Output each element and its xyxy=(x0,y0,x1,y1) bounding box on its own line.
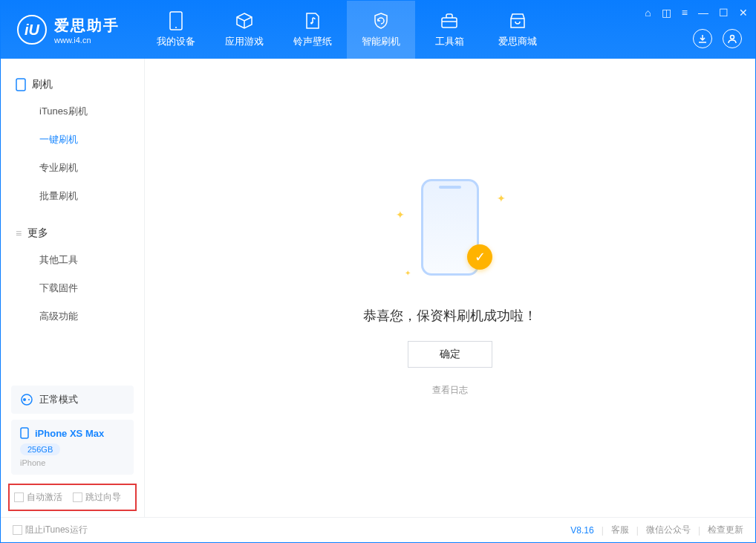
device-name: iPhone XS Max xyxy=(35,428,104,439)
highlighted-options-box: 自动激活 跳过向导 xyxy=(8,484,137,511)
logo-icon: iU xyxy=(17,15,47,45)
sidebar-item-download-firmware[interactable]: 下载固件 xyxy=(1,274,144,302)
svg-rect-3 xyxy=(442,18,457,27)
list-icon: ≡ xyxy=(16,227,22,239)
main-content: ✦ ✦ ✦ ✓ 恭喜您，保资料刷机成功啦！ 确定 查看日志 xyxy=(145,59,755,517)
status-bar: 阻止iTunes运行 V8.16 | 客服 | 微信公众号 | 检查更新 xyxy=(1,517,755,542)
download-button[interactable] xyxy=(693,29,712,48)
minimize-button[interactable]: — xyxy=(698,7,708,19)
check-update-link[interactable]: 检查更新 xyxy=(708,524,743,536)
ok-button[interactable]: 确定 xyxy=(408,341,492,368)
check-badge-icon: ✓ xyxy=(467,244,492,270)
success-illustration: ✦ ✦ ✦ ✓ xyxy=(394,179,506,290)
tab-store[interactable]: 爱思商城 xyxy=(483,1,552,59)
toolbox-icon xyxy=(440,11,459,30)
menu-icon[interactable]: ≡ xyxy=(682,7,688,19)
wechat-link[interactable]: 微信公众号 xyxy=(646,524,691,536)
checkbox-block-itunes[interactable]: 阻止iTunes运行 xyxy=(13,524,88,536)
sidebar-item-advanced[interactable]: 高级功能 xyxy=(1,302,144,331)
svg-point-5 xyxy=(731,36,734,39)
tab-smart-flash[interactable]: 智能刷机 xyxy=(347,1,415,59)
success-message: 恭喜您，保资料刷机成功啦！ xyxy=(363,307,537,325)
sidebar-item-onekey-flash[interactable]: 一键刷机 xyxy=(1,126,144,154)
app-logo: iU 爱思助手 www.i4.cn xyxy=(17,15,120,45)
tab-my-device[interactable]: 我的设备 xyxy=(142,1,210,59)
mode-icon xyxy=(20,393,33,406)
svg-rect-10 xyxy=(21,428,28,438)
shield-refresh-icon xyxy=(371,11,391,30)
phone-icon xyxy=(16,78,26,91)
tab-apps-games[interactable]: 应用游戏 xyxy=(210,1,278,59)
device-capacity: 256GB xyxy=(20,443,60,455)
app-name: 爱思助手 xyxy=(54,16,120,36)
header-right-buttons xyxy=(693,29,742,48)
svg-point-2 xyxy=(310,22,313,25)
sidebar-item-itunes-flash[interactable]: iTunes刷机 xyxy=(1,97,144,126)
sidebar-group-more: ≡ 更多 xyxy=(1,221,144,246)
svg-rect-6 xyxy=(16,79,25,91)
phone-small-icon xyxy=(20,427,29,439)
svg-point-8 xyxy=(23,398,26,401)
app-header: iU 爱思助手 www.i4.cn 我的设备 应用游戏 铃声壁纸 智能刷机 工具… xyxy=(1,1,755,59)
device-mode-box[interactable]: 正常模式 xyxy=(11,386,134,414)
device-type: iPhone xyxy=(20,458,125,467)
device-info-box[interactable]: iPhone XS Max 256GB iPhone xyxy=(11,420,134,475)
tshirt-icon[interactable]: ⌂ xyxy=(645,7,651,19)
maximize-button[interactable]: ☐ xyxy=(719,7,729,19)
sidebar: 刷机 iTunes刷机 一键刷机 专业刷机 批量刷机 ≡ 更多 其他工具 下载固… xyxy=(1,59,145,517)
checkbox-auto-activate[interactable]: 自动激活 xyxy=(14,491,62,504)
checkbox-skip-wizard[interactable]: 跳过向导 xyxy=(73,491,121,504)
sparkle-icon: ✦ xyxy=(497,192,506,204)
lock-icon[interactable]: ◫ xyxy=(662,7,671,19)
svg-point-9 xyxy=(28,399,30,400)
device-icon xyxy=(166,11,186,30)
close-button[interactable]: ✕ xyxy=(739,7,748,19)
sparkle-icon: ✦ xyxy=(405,269,411,277)
tab-toolbox[interactable]: 工具箱 xyxy=(415,1,483,59)
window-controls: ⌂ ◫ ≡ — ☐ ✕ xyxy=(645,7,748,19)
music-file-icon xyxy=(303,11,322,30)
sparkle-icon: ✦ xyxy=(396,209,405,221)
svg-point-1 xyxy=(175,27,177,28)
view-log-link[interactable]: 查看日志 xyxy=(432,384,468,397)
main-tabs: 我的设备 应用游戏 铃声壁纸 智能刷机 工具箱 爱思商城 xyxy=(142,1,552,59)
app-url: www.i4.cn xyxy=(54,36,120,45)
sidebar-item-pro-flash[interactable]: 专业刷机 xyxy=(1,154,144,182)
store-icon xyxy=(508,11,527,30)
sidebar-item-other-tools[interactable]: 其他工具 xyxy=(1,246,144,274)
customer-service-link[interactable]: 客服 xyxy=(611,524,629,536)
tab-ringtone-wallpaper[interactable]: 铃声壁纸 xyxy=(278,1,347,59)
sidebar-item-batch-flash[interactable]: 批量刷机 xyxy=(1,182,144,210)
version-label: V8.16 xyxy=(570,525,593,536)
cube-icon xyxy=(235,11,254,30)
sidebar-group-flash: 刷机 xyxy=(1,72,144,97)
user-button[interactable] xyxy=(723,29,742,48)
